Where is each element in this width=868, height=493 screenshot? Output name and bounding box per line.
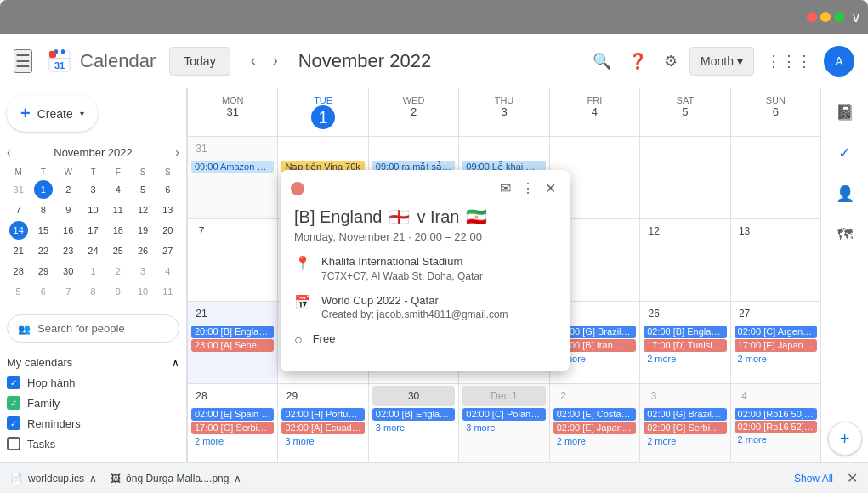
mini-cal-next-button[interactable]: › [175, 145, 179, 159]
mini-cal-day[interactable]: 9 [109, 282, 128, 301]
mini-cal-day[interactable]: 17 [83, 221, 102, 240]
popup-more-button[interactable]: ⋮ [518, 177, 538, 200]
mini-cal-day[interactable]: 7 [9, 201, 28, 219]
cal-cell-nov5[interactable] [639, 137, 729, 219]
cal-cell-nov21[interactable]: 21 20:00 [B] England 🏴󠁧󠁢󠁥󠁮󠁧󠁿 v... 23:00 … [187, 302, 277, 384]
cal-event[interactable]: 02:00 [E] Japan 🇯🇵 v S... [553, 422, 636, 434]
cal-event[interactable]: 17:00 [E] Japan 🇯🇵 v C... [735, 339, 817, 352]
mini-cal-day[interactable]: 11 [109, 201, 128, 219]
mini-cal-day[interactable]: 25 [109, 241, 128, 260]
more-events[interactable]: 2 more [735, 434, 817, 445]
mini-cal-day[interactable]: 5 [133, 180, 152, 199]
mini-cal-day[interactable]: 12 [133, 201, 152, 219]
more-events[interactable]: 3 more [281, 435, 364, 447]
file-worldcup-chevron-icon[interactable]: ∧ [89, 473, 97, 484]
cal-cell-nov6[interactable] [730, 137, 820, 219]
right-check-icon[interactable]: ✓ [828, 136, 862, 170]
mini-cal-day[interactable]: 19 [133, 221, 152, 240]
mini-cal-day[interactable]: 16 [59, 221, 77, 240]
more-events[interactable]: 2 more [735, 353, 817, 365]
mini-cal-day-selected[interactable]: 14 [9, 221, 28, 240]
more-events[interactable]: 2 more [644, 435, 726, 447]
more-events[interactable]: 2 more [191, 435, 274, 447]
cal-event[interactable]: 17:00 [D] Tunisia 🇹🇳 v... [644, 339, 726, 352]
calendar-item-reminders[interactable]: ✓ Reminders [7, 413, 179, 434]
cal-cell-nov29[interactable]: 29 02:00 [H] Portugal 🇵🇹 v... 02:00 [A] … [277, 384, 367, 462]
cal-cell-nov28[interactable]: 28 02:00 [E] Spain 🇪🇸 v C... 17:00 [G] S… [187, 384, 277, 462]
cal-cell-nov12[interactable]: 12 [639, 219, 729, 302]
file-worldcup[interactable]: 📄 worldcup.ics ∧ [10, 473, 97, 484]
cal-cell-oct31[interactable]: 31 09:00 Amazon Week... [187, 137, 277, 219]
mini-cal-day[interactable]: 3 [133, 262, 152, 280]
right-add-button[interactable]: + [828, 422, 862, 456]
cal-cell-nov27[interactable]: 27 02:00 [C] Argentina 🇦🇷... 17:00 [E] J… [730, 302, 820, 384]
view-selector-button[interactable]: Month ▾ [689, 47, 754, 76]
mini-cal-day[interactable]: 4 [109, 180, 128, 199]
close-window-button[interactable] [807, 12, 817, 22]
calendar-checkbox-tasks[interactable] [7, 437, 20, 450]
mini-cal-day[interactable]: 10 [133, 282, 152, 301]
mini-cal-day[interactable]: 2 [109, 262, 128, 280]
mini-cal-day[interactable]: 21 [9, 241, 28, 260]
titlebar-chevron-icon[interactable]: ∨ [851, 9, 861, 26]
more-events[interactable]: 2 more [644, 353, 726, 365]
popup-email-button[interactable]: ✉ [496, 177, 514, 200]
search-button[interactable]: 🔍 [587, 47, 616, 76]
today-button[interactable]: Today [169, 47, 230, 76]
mini-cal-day[interactable]: 9 [59, 201, 77, 219]
create-button[interactable]: + Create ▾ [7, 95, 98, 132]
mini-cal-day[interactable]: 5 [9, 282, 28, 301]
mini-cal-day[interactable]: 18 [109, 221, 128, 240]
cal-cell-dec2[interactable]: 2 02:00 [E] Costa Rica 🇨🇷... 02:00 [E] J… [549, 384, 639, 462]
mini-cal-day[interactable]: 4 [158, 262, 177, 280]
cal-event[interactable]: 02:00 [G] Serbia 🇷🇸 v... [644, 422, 726, 434]
search-people-button[interactable]: 👥 Search for people [7, 314, 179, 343]
mini-cal-day[interactable]: 31 [9, 180, 28, 199]
mini-cal-day[interactable]: 1 [83, 262, 102, 280]
cal-event[interactable]: 09:00 Amazon Week... [191, 161, 274, 173]
more-events[interactable]: 2 more [553, 435, 636, 447]
cal-event[interactable]: 02:00 [Ro16 50] 1C v... [735, 408, 817, 420]
mini-cal-day[interactable]: 10 [83, 201, 102, 219]
cal-cell-dec4[interactable]: 4 02:00 [Ro16 50] 1C v... 02:00 [Ro16 52… [730, 384, 820, 462]
cal-cell-dec3[interactable]: 3 02:00 [G] Brazil 🇧🇷 v C... 02:00 [G] S… [639, 384, 729, 462]
mini-cal-day[interactable]: 15 [34, 221, 53, 240]
calendar-item-family[interactable]: ✓ Family [7, 393, 179, 413]
calendar-item-tasks[interactable]: Tasks [7, 434, 179, 454]
cal-event[interactable]: 02:00 [A] Ecuador 🇪🇨 v... [281, 422, 364, 434]
cal-event-senegal[interactable]: 23:00 [A] Senegal 🇸🇳 v... [191, 339, 274, 352]
mini-cal-day[interactable]: 30 [59, 262, 77, 280]
more-events[interactable]: 3 more [372, 422, 455, 434]
cal-cell-nov26[interactable]: 26 02:00 [B] England 🏴󠁧󠁢󠁥󠁮󠁧󠁿 v... 17:00 … [639, 302, 729, 384]
mini-cal-day[interactable]: 29 [34, 262, 53, 280]
cal-cell-nov30[interactable]: 30 02:00 [B] England 🏴󠁧󠁢󠁥󠁮󠁧󠁿 v... 3 more [368, 384, 458, 462]
minimize-window-button[interactable] [820, 12, 831, 22]
cal-event-england[interactable]: 20:00 [B] England 🏴󠁧󠁢󠁥󠁮󠁧󠁿 v... [191, 326, 274, 338]
cal-event[interactable]: 02:00 [B] England 🏴󠁧󠁢󠁥󠁮󠁧󠁿 v... [372, 408, 455, 421]
mini-cal-day-today[interactable]: 1 [34, 180, 53, 199]
cal-event[interactable]: 02:00 [G] Brazil 🇧🇷 v C... [644, 408, 726, 421]
mini-cal-day[interactable]: 22 [34, 241, 53, 260]
mini-cal-day[interactable]: 27 [158, 241, 177, 260]
mini-cal-day[interactable]: 28 [9, 262, 28, 280]
mini-cal-day[interactable]: 11 [158, 282, 177, 301]
mini-cal-day[interactable]: 6 [34, 282, 53, 301]
calendar-checkbox-reminders[interactable]: ✓ [7, 416, 20, 430]
cal-event[interactable]: 02:00 [E] Costa Rica 🇨🇷... [553, 408, 636, 421]
avatar[interactable]: A [824, 46, 854, 76]
cal-event[interactable]: 02:00 [Ro16 52] 1D v... [735, 421, 817, 433]
mini-cal-day[interactable]: 6 [158, 180, 177, 199]
mini-cal-day[interactable]: 23 [59, 241, 77, 260]
settings-button[interactable]: ⚙ [659, 47, 683, 76]
cal-cell-nov7[interactable]: 7 [187, 219, 277, 302]
cal-event[interactable]: 02:00 [E] Spain 🇪🇸 v C... [191, 408, 274, 421]
cal-cell-dec1[interactable]: Dec 1 02:00 [C] Poland 🇵🇱 v... 3 more [458, 384, 548, 462]
show-all-button[interactable]: Show All [794, 473, 833, 484]
calendar-checkbox-family[interactable]: ✓ [7, 396, 20, 410]
popup-close-button[interactable]: ✕ [542, 177, 559, 200]
apps-button[interactable]: ⋮⋮⋮ [761, 47, 817, 76]
next-month-button[interactable]: › [266, 48, 285, 73]
maximize-window-button[interactable] [834, 12, 844, 22]
mini-cal-day[interactable]: 8 [34, 201, 53, 219]
cal-event[interactable]: 02:00 [H] Portugal 🇵🇹 v... [281, 408, 364, 421]
